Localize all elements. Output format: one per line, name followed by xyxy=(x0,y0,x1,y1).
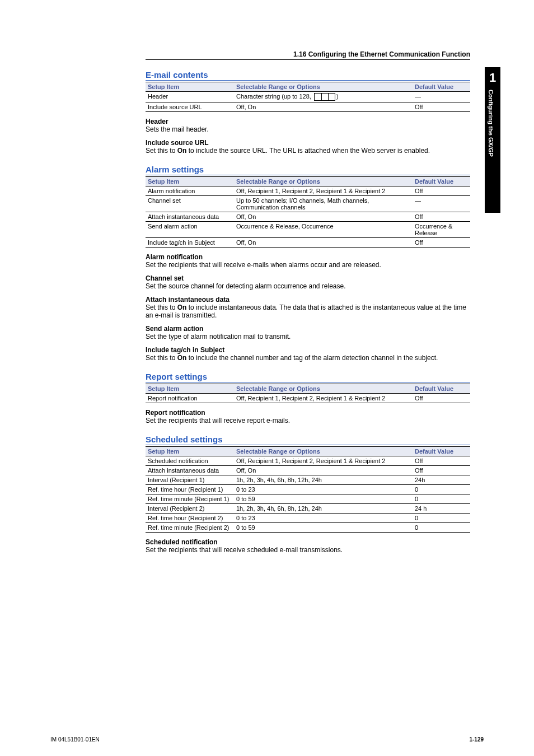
col-options: Selectable Range or Options xyxy=(234,447,413,456)
desc-body: Set the recipients that will receive rep… xyxy=(146,417,470,424)
chapter-label: Configuring the GX/GP xyxy=(488,90,494,157)
page-content: 1.16 Configuring the Ethernet Communicat… xyxy=(146,50,470,555)
table-row: Ref. time minute (Recipient 1)0 to 590 xyxy=(146,494,470,504)
desc-body: Set this to On to include instantaneous … xyxy=(146,304,470,319)
desc-body: Set the type of alarm notification mail … xyxy=(146,333,470,340)
table-row: Attach instantaneous dataOff, OnOff xyxy=(146,212,470,222)
col-options: Selectable Range or Options xyxy=(234,177,413,186)
table-row: Include tag/ch in SubjectOff, OnOff xyxy=(146,238,470,248)
table-row: Interval (Recipient 1)1h, 2h, 3h, 4h, 6h… xyxy=(146,475,470,485)
desc-head: Include source URL xyxy=(146,139,470,147)
section-title-email: E-mail contents xyxy=(146,70,470,81)
section-title-report: Report settings xyxy=(146,372,470,382)
desc-body: Set this to On to include the source URL… xyxy=(146,147,470,155)
desc-head: Send alarm action xyxy=(146,325,470,333)
page-footer: IM 04L51B01-01EN 1-129 xyxy=(50,736,484,743)
alarm-table: Setup Item Selectable Range or Options D… xyxy=(146,176,470,248)
table-row: Attach instantaneous dataOff, OnOff xyxy=(146,466,470,475)
breadcrumb: 1.16 Configuring the Ethernet Communicat… xyxy=(146,50,470,60)
col-setup-item: Setup Item xyxy=(146,82,234,92)
table-row: Channel setUp to 50 channels; I/O channe… xyxy=(146,196,470,212)
desc-head: Scheduled notification xyxy=(146,538,470,546)
table-row: Alarm notificationOff, Recipient 1, Reci… xyxy=(146,186,470,196)
scheduled-table: Setup Item Selectable Range or Options D… xyxy=(146,446,470,533)
report-table: Setup Item Selectable Range or Options D… xyxy=(146,384,470,403)
table-row: Interval (Recipient 2)1h, 2h, 3h, 4h, 6h… xyxy=(146,504,470,514)
col-setup-item: Setup Item xyxy=(146,447,234,456)
table-row: Ref. time hour (Recipient 2)0 to 230 xyxy=(146,514,470,523)
desc-head: Include tag/ch in Subject xyxy=(146,346,470,354)
table-row: Include source URL Off, On Off xyxy=(146,102,470,112)
desc-body: Set the recipients that will receive e-m… xyxy=(146,261,470,269)
col-default: Default Value xyxy=(413,447,470,456)
desc-body: Set this to On to include the channel nu… xyxy=(146,354,470,362)
table-row: Scheduled notificationOff, Recipient 1, … xyxy=(146,456,470,466)
desc-head: Alarm notification xyxy=(146,253,470,261)
desc-head: Report notification xyxy=(146,409,470,417)
desc-head: Attach instantaneous data xyxy=(146,296,470,304)
table-row: Ref. time minute (Recipient 2)0 to 590 xyxy=(146,523,470,533)
table-row: Ref. time hour (Recipient 1)0 to 230 xyxy=(146,485,470,494)
desc-head: Header xyxy=(146,118,470,125)
col-options: Selectable Range or Options xyxy=(234,384,413,394)
section-title-scheduled: Scheduled settings xyxy=(146,435,470,445)
footer-doc-id: IM 04L51B01-01EN xyxy=(50,736,100,743)
col-default: Default Value xyxy=(413,177,470,186)
table-row: Header Character string (up to 128, ) ― xyxy=(146,92,470,102)
col-setup-item: Setup Item xyxy=(146,177,234,186)
col-default: Default Value xyxy=(413,384,470,394)
chapter-number: 1 xyxy=(485,67,500,85)
col-setup-item: Setup Item xyxy=(146,384,234,394)
desc-body: Set the source channel for detecting ala… xyxy=(146,282,470,290)
footer-page-number: 1-129 xyxy=(469,736,484,743)
col-options: Selectable Range or Options xyxy=(234,82,413,92)
desc-body: Set the recipients that will receive sch… xyxy=(146,546,470,554)
desc-body: Sets the mail header. xyxy=(146,125,470,133)
desc-head: Channel set xyxy=(146,274,470,282)
email-table: Setup Item Selectable Range or Options D… xyxy=(146,82,470,112)
side-tab: 1 Configuring the GX/GP xyxy=(485,67,500,213)
char-box-icon xyxy=(314,93,335,101)
section-title-alarm: Alarm settings xyxy=(146,165,470,175)
table-row: Report notificationOff, Recipient 1, Rec… xyxy=(146,394,470,403)
col-default: Default Value xyxy=(413,82,470,92)
table-row: Send alarm actionOccurrence & Release, O… xyxy=(146,222,470,238)
